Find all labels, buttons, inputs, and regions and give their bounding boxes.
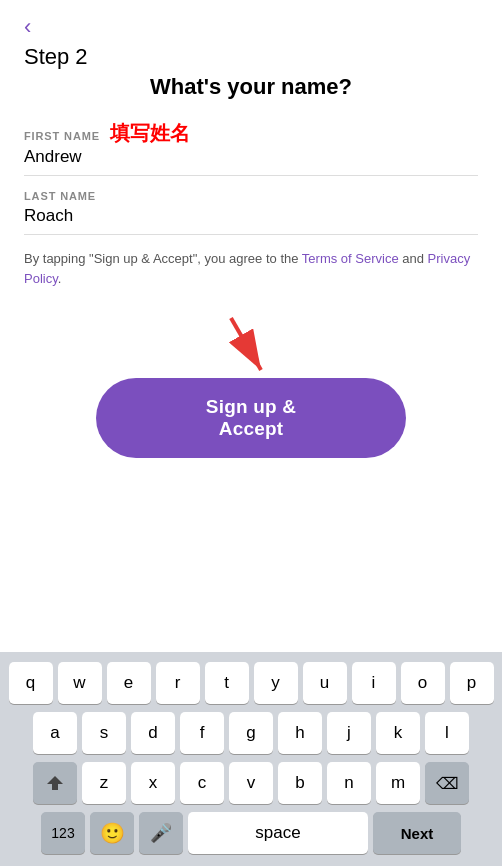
signup-accept-button[interactable]: Sign up & Accept xyxy=(96,378,406,458)
key-y[interactable]: y xyxy=(254,662,298,704)
page-title: What's your name? xyxy=(24,74,478,100)
key-f[interactable]: f xyxy=(180,712,224,754)
key-k[interactable]: k xyxy=(376,712,420,754)
keyboard: q w e r t y u i o p a s d f g h j k l z … xyxy=(0,652,502,866)
key-x[interactable]: x xyxy=(131,762,175,804)
back-button[interactable]: ‹ xyxy=(24,16,31,38)
button-section: Sign up & Accept xyxy=(24,308,478,458)
shift-key[interactable] xyxy=(33,762,77,804)
key-v[interactable]: v xyxy=(229,762,273,804)
key-m[interactable]: m xyxy=(376,762,420,804)
keyboard-row-3: z x c v b n m ⌫ xyxy=(4,762,498,804)
key-g[interactable]: g xyxy=(229,712,273,754)
tos-text: By tapping "Sign up & Accept", you agree… xyxy=(24,249,478,288)
red-arrow-icon xyxy=(211,308,291,388)
keyboard-row-1: q w e r t y u i o p xyxy=(4,662,498,704)
delete-key[interactable]: ⌫ xyxy=(425,762,469,804)
key-u[interactable]: u xyxy=(303,662,347,704)
last-name-field: LAST NAME Roach xyxy=(24,190,478,235)
key-q[interactable]: q xyxy=(9,662,53,704)
key-c[interactable]: c xyxy=(180,762,224,804)
svg-line-1 xyxy=(231,318,261,370)
emoji-key[interactable]: 🙂 xyxy=(90,812,134,854)
key-w[interactable]: w xyxy=(58,662,102,704)
keyboard-row-2: a s d f g h j k l xyxy=(4,712,498,754)
key-n[interactable]: n xyxy=(327,762,371,804)
key-d[interactable]: d xyxy=(131,712,175,754)
key-s[interactable]: s xyxy=(82,712,126,754)
keyboard-row-4: 123 🙂 🎤 space Next xyxy=(4,812,498,854)
first-name-field: FIRST NAME 填写姓名 Andrew xyxy=(24,120,478,176)
chevron-left-icon: ‹ xyxy=(24,16,31,38)
key-e[interactable]: e xyxy=(107,662,151,704)
key-i[interactable]: i xyxy=(352,662,396,704)
next-key[interactable]: Next xyxy=(373,812,461,854)
last-name-label: LAST NAME xyxy=(24,190,478,202)
key-p[interactable]: p xyxy=(450,662,494,704)
key-r[interactable]: r xyxy=(156,662,200,704)
key-z[interactable]: z xyxy=(82,762,126,804)
key-l[interactable]: l xyxy=(425,712,469,754)
space-key[interactable]: space xyxy=(188,812,368,854)
terms-of-service-link[interactable]: Terms of Service xyxy=(302,251,399,266)
numbers-key[interactable]: 123 xyxy=(41,812,85,854)
first-name-label: FIRST NAME xyxy=(24,130,100,142)
last-name-value[interactable]: Roach xyxy=(24,206,478,235)
key-o[interactable]: o xyxy=(401,662,445,704)
step-label: Step 2 xyxy=(24,44,478,70)
key-b[interactable]: b xyxy=(278,762,322,804)
key-a[interactable]: a xyxy=(33,712,77,754)
key-h[interactable]: h xyxy=(278,712,322,754)
first-name-annotation: 填写姓名 xyxy=(110,120,190,147)
key-j[interactable]: j xyxy=(327,712,371,754)
first-name-value[interactable]: Andrew xyxy=(24,147,478,176)
microphone-key[interactable]: 🎤 xyxy=(139,812,183,854)
arrow-container xyxy=(24,308,478,388)
key-t[interactable]: t xyxy=(205,662,249,704)
